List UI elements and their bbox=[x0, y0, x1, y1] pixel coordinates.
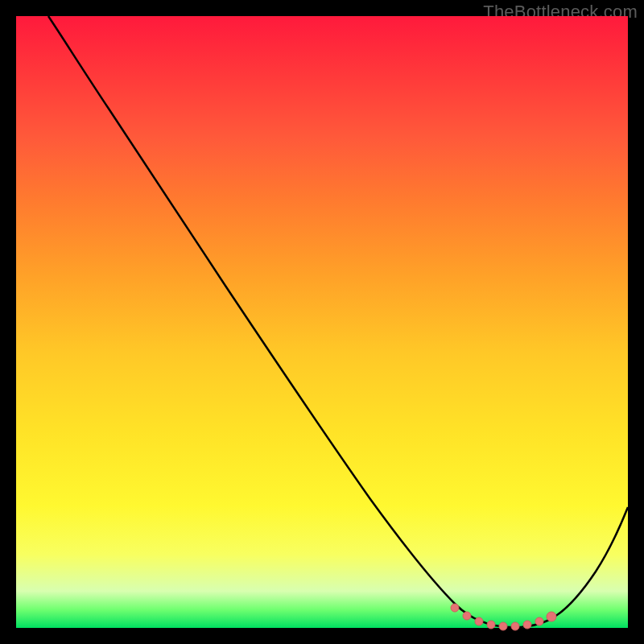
marker-dot bbox=[523, 621, 531, 629]
chart-container: TheBottleneck.com bbox=[0, 0, 644, 644]
marker-dot bbox=[535, 617, 543, 625]
bottleneck-curve-path bbox=[48, 16, 628, 627]
marker-dot bbox=[487, 621, 495, 629]
marker-dot bbox=[499, 622, 507, 630]
marker-dot bbox=[547, 612, 556, 621]
curve-layer bbox=[16, 16, 628, 628]
plot-area bbox=[16, 16, 628, 628]
marker-dot bbox=[451, 604, 459, 612]
marker-dot bbox=[511, 622, 519, 630]
marker-dot bbox=[463, 612, 471, 620]
marker-dot bbox=[475, 617, 483, 625]
optimal-range-markers bbox=[451, 604, 556, 630]
